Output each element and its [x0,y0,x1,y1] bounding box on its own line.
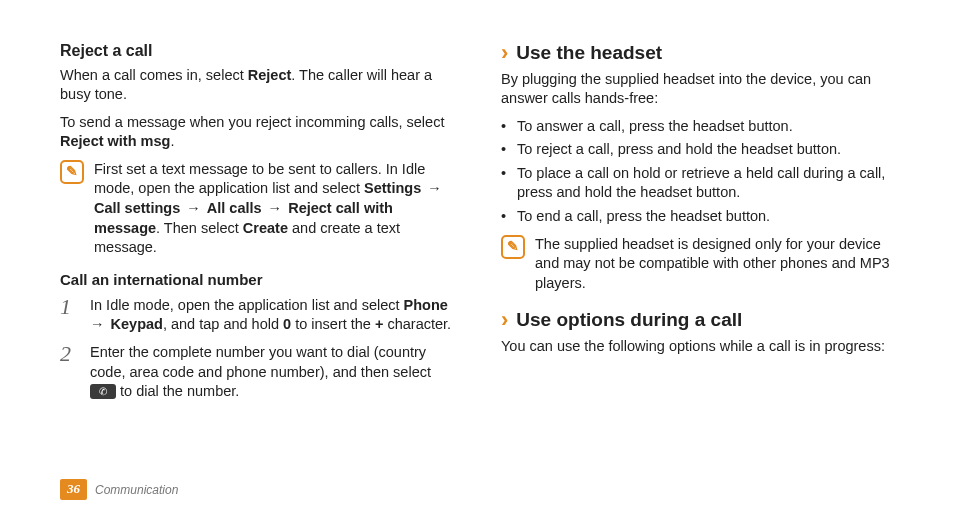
steps-list: 1 In Idle mode, open the application lis… [60,296,453,402]
reject-para-1: When a call comes in, select Reject. The… [60,66,453,105]
page-footer: 36 Communication [60,479,178,500]
text-bold: Reject [248,67,292,83]
text-bold: Keypad [111,316,163,332]
text: to dial the number. [116,383,239,399]
right-column: › Use the headset By plugging the suppli… [501,40,894,410]
step-body: Enter the complete number you want to di… [90,343,453,402]
list-item: To place a call on hold or retrieve a he… [501,164,894,203]
arrow: → [180,200,207,216]
text: To send a message when you reject incomm… [60,114,444,130]
note-body: The supplied headset is designed only fo… [535,235,894,294]
note-block-1: ✎ First set a text message to be sent to… [60,160,453,258]
note-icon: ✎ [501,235,525,259]
step-2: 2 Enter the complete number you want to … [60,343,453,402]
text: To place a call on hold or retrieve a he… [517,164,894,203]
chevron-icon: › [501,42,508,64]
text-bold: Call settings [94,200,180,216]
arrow: → [421,180,444,196]
text-bold: Create [243,220,288,236]
note-block-2: ✎ The supplied headset is designed only … [501,235,894,294]
text-bold: All calls [207,200,262,216]
text: . [170,133,174,149]
heading-international: Call an international number [60,270,453,290]
step-body: In Idle mode, open the application list … [90,296,453,335]
list-item: To reject a call, press and hold the hea… [501,140,894,160]
text: To reject a call, press and hold the hea… [517,140,841,160]
heading-text: Use options during a call [516,307,742,333]
text: to insert the [291,316,375,332]
text: To answer a call, press the headset butt… [517,117,793,137]
heading-text: Use the headset [516,40,662,66]
headset-bullets: To answer a call, press the headset butt… [501,117,894,227]
arrow: → [262,200,289,216]
text-bold: Settings [364,180,421,196]
page-columns: Reject a call When a call comes in, sele… [60,40,894,410]
list-item: To answer a call, press the headset butt… [501,117,894,137]
page-number: 36 [60,479,87,500]
text-bold: Phone [404,297,448,313]
left-column: Reject a call When a call comes in, sele… [60,40,453,410]
text: character. [383,316,451,332]
reject-para-2: To send a message when you reject incomm… [60,113,453,152]
text: Enter the complete number you want to di… [90,344,431,380]
text: . Then select [156,220,243,236]
step-number: 1 [60,296,80,335]
list-item: To end a call, press the headset button. [501,207,894,227]
options-intro: You can use the following options while … [501,337,894,357]
text: In Idle mode, open the application list … [90,297,404,313]
text-bold: 0 [283,316,291,332]
text: , and tap and hold [163,316,283,332]
note-icon: ✎ [60,160,84,184]
text: To end a call, press the headset button. [517,207,770,227]
headset-intro: By plugging the supplied headset into th… [501,70,894,109]
note-body: First set a text message to be sent to c… [94,160,453,258]
text-bold: Reject with msg [60,133,170,149]
heading-use-headset: › Use the headset [501,40,894,66]
dial-icon: ✆ [90,384,116,399]
heading-reject-call: Reject a call [60,40,453,62]
step-1: 1 In Idle mode, open the application lis… [60,296,453,335]
step-number: 2 [60,343,80,402]
footer-section: Communication [95,482,178,498]
heading-use-options: › Use options during a call [501,307,894,333]
chevron-icon: › [501,309,508,331]
text: When a call comes in, select [60,67,248,83]
